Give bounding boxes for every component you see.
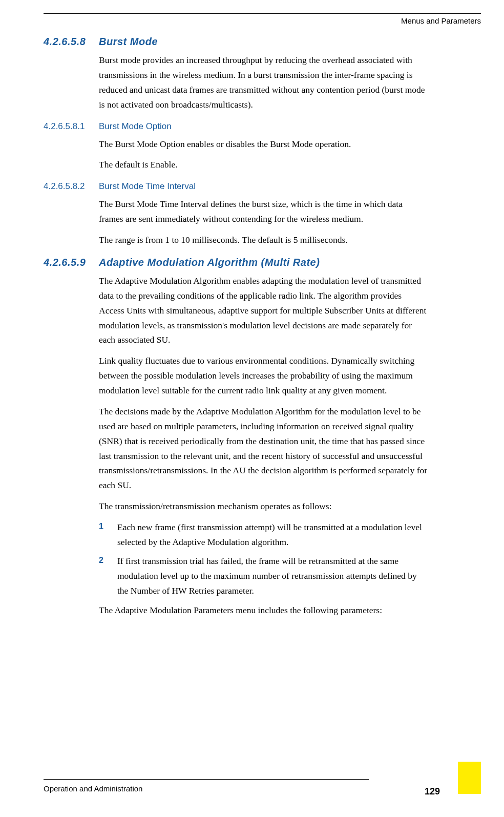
heading-burst-mode-time-interval: 4.2.6.5.8.2 Burst Mode Time Interval — [44, 181, 428, 192]
header-rule — [44, 13, 481, 14]
page-number-inner: 129 — [407, 762, 458, 807]
content-area: 4.2.6.5.8 Burst Mode Burst mode provides… — [44, 36, 428, 624]
list-text: If first transmission trial has failed, … — [117, 554, 428, 598]
paragraph: The decisions made by the Adaptive Modul… — [99, 404, 428, 493]
page-number-box: 129 — [407, 762, 481, 807]
heading-number: 4.2.6.5.9 — [44, 257, 99, 268]
ordered-list-item: 2 If first transmission trial has failed… — [99, 554, 428, 598]
list-number: 1 — [99, 520, 117, 550]
paragraph: The transmission/retransmission mechanis… — [99, 499, 428, 514]
footer-rule — [44, 779, 369, 780]
heading-title: Burst Mode Time Interval — [99, 181, 428, 192]
paragraph: Burst mode provides an increased through… — [99, 53, 428, 112]
heading-title: Adaptive Modulation Algorithm (Multi Rat… — [99, 257, 428, 268]
page-number: 129 — [425, 786, 440, 797]
heading-burst-mode-option: 4.2.6.5.8.1 Burst Mode Option — [44, 121, 428, 132]
paragraph: The default is Enable. — [99, 157, 428, 172]
paragraph: The range is from 1 to 10 milliseconds. … — [99, 233, 428, 247]
heading-adaptive-modulation: 4.2.6.5.9 Adaptive Modulation Algorithm … — [44, 257, 428, 268]
paragraph: The Burst Mode Option enables or disable… — [99, 137, 428, 152]
paragraph: The Adaptive Modulation Parameters menu … — [99, 603, 428, 618]
heading-number: 4.2.6.5.8 — [44, 36, 99, 48]
list-number: 2 — [99, 554, 117, 598]
ordered-list-item: 1 Each new frame (first transmission att… — [99, 520, 428, 550]
running-header: Menus and Parameters — [401, 16, 481, 25]
heading-title: Burst Mode Option — [99, 121, 428, 132]
paragraph: The Adaptive Modulation Algorithm enable… — [99, 274, 428, 347]
heading-burst-mode: 4.2.6.5.8 Burst Mode — [44, 36, 428, 48]
heading-number: 4.2.6.5.8.1 — [44, 121, 99, 132]
page: Menus and Parameters 4.2.6.5.8 Burst Mod… — [0, 0, 504, 817]
heading-title: Burst Mode — [99, 36, 428, 48]
paragraph: The Burst Mode Time Interval defines the… — [99, 197, 428, 226]
footer-left: Operation and Administration — [44, 784, 142, 793]
heading-number: 4.2.6.5.8.2 — [44, 181, 99, 192]
list-text: Each new frame (first transmission attem… — [117, 520, 428, 550]
paragraph: Link quality fluctuates due to various e… — [99, 353, 428, 398]
